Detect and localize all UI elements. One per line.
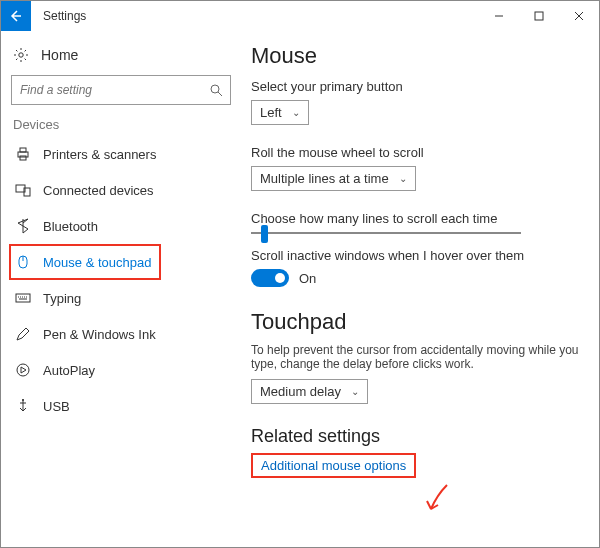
arrow-left-icon — [9, 9, 23, 23]
sidebar-group-label: Devices — [13, 117, 241, 132]
related-heading: Related settings — [251, 426, 579, 447]
mouse-icon — [15, 254, 31, 270]
svg-rect-4 — [20, 148, 26, 152]
sidebar-item-usb[interactable]: USB — [9, 388, 241, 424]
minimize-button[interactable] — [479, 1, 519, 31]
minimize-icon — [494, 11, 504, 21]
delay-dropdown[interactable]: Medium delay ⌄ — [251, 379, 368, 404]
printer-icon — [15, 146, 31, 162]
inactive-label: Scroll inactive windows when I hover ove… — [251, 248, 579, 263]
svg-rect-0 — [535, 12, 543, 20]
lines-label: Choose how many lines to scroll each tim… — [251, 211, 579, 226]
primary-button-label: Select your primary button — [251, 79, 579, 94]
wheel-value: Multiple lines at a time — [260, 171, 389, 186]
sidebar-home-label: Home — [41, 47, 78, 63]
mouse-heading: Mouse — [251, 43, 579, 69]
slider-thumb[interactable] — [261, 225, 268, 243]
sidebar: Home Devices Printers & scanners Connect… — [1, 31, 241, 547]
search-input[interactable] — [18, 82, 198, 98]
gear-icon — [13, 47, 29, 63]
search-icon — [208, 82, 224, 98]
delay-value: Medium delay — [260, 384, 341, 399]
window-title: Settings — [43, 9, 86, 23]
toggle-knob — [275, 273, 285, 283]
sidebar-item-connected[interactable]: Connected devices — [9, 172, 241, 208]
pen-icon — [15, 326, 31, 342]
main-panel: Mouse Select your primary button Left ⌄ … — [241, 31, 599, 547]
devices-icon — [15, 182, 31, 198]
sidebar-item-label: USB — [43, 399, 70, 414]
slider-track — [251, 232, 521, 234]
sidebar-item-label: AutoPlay — [43, 363, 95, 378]
sidebar-item-label: Printers & scanners — [43, 147, 156, 162]
maximize-button[interactable] — [519, 1, 559, 31]
sidebar-home[interactable]: Home — [9, 39, 241, 75]
sidebar-item-label: Mouse & touchpad — [43, 255, 151, 270]
close-button[interactable] — [559, 1, 599, 31]
inactive-state: On — [299, 271, 316, 286]
chevron-down-icon: ⌄ — [351, 386, 359, 397]
sidebar-item-pen[interactable]: Pen & Windows Ink — [9, 316, 241, 352]
touchpad-help: To help prevent the cursor from accident… — [251, 343, 579, 371]
svg-point-12 — [22, 399, 24, 401]
titlebar: Settings — [1, 1, 599, 31]
svg-rect-10 — [16, 294, 30, 302]
bluetooth-icon — [15, 218, 31, 234]
window-controls — [479, 1, 599, 31]
primary-button-value: Left — [260, 105, 282, 120]
sidebar-item-autoplay[interactable]: AutoPlay — [9, 352, 241, 388]
search-box[interactable] — [11, 75, 231, 105]
close-icon — [574, 11, 584, 21]
additional-mouse-options-link[interactable]: Additional mouse options — [251, 453, 416, 478]
svg-point-2 — [211, 85, 219, 93]
maximize-icon — [534, 11, 544, 21]
chevron-down-icon: ⌄ — [292, 107, 300, 118]
sidebar-item-label: Pen & Windows Ink — [43, 327, 156, 342]
sidebar-item-mouse[interactable]: Mouse & touchpad — [9, 244, 161, 280]
sidebar-item-label: Connected devices — [43, 183, 154, 198]
keyboard-icon — [15, 290, 31, 306]
inactive-toggle[interactable] — [251, 269, 289, 287]
sidebar-item-bluetooth[interactable]: Bluetooth — [9, 208, 241, 244]
sidebar-item-label: Typing — [43, 291, 81, 306]
sidebar-item-printers[interactable]: Printers & scanners — [9, 136, 241, 172]
lines-slider[interactable] — [251, 232, 579, 234]
svg-point-11 — [17, 364, 29, 376]
usb-icon — [15, 398, 31, 414]
sidebar-item-typing[interactable]: Typing — [9, 280, 241, 316]
wheel-label: Roll the mouse wheel to scroll — [251, 145, 579, 160]
sidebar-item-label: Bluetooth — [43, 219, 98, 234]
back-button[interactable] — [1, 1, 31, 31]
wheel-dropdown[interactable]: Multiple lines at a time ⌄ — [251, 166, 416, 191]
chevron-down-icon: ⌄ — [399, 173, 407, 184]
autoplay-icon — [15, 362, 31, 378]
svg-point-1 — [19, 53, 23, 57]
touchpad-heading: Touchpad — [251, 309, 579, 335]
primary-button-dropdown[interactable]: Left ⌄ — [251, 100, 309, 125]
